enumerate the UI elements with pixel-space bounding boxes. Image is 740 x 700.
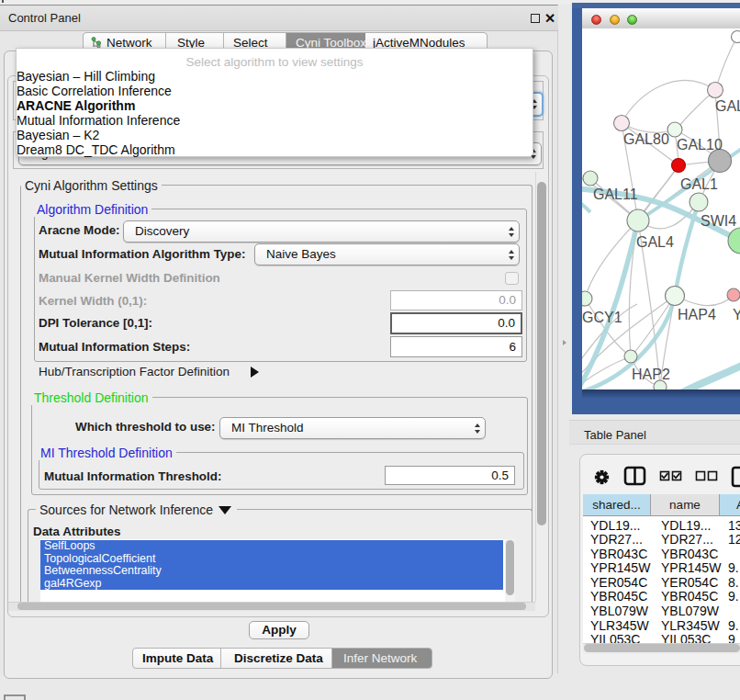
svg-text:GAL: GAL	[715, 98, 740, 114]
svg-text:HAP2: HAP2	[632, 367, 670, 382]
svg-text:GAL1: GAL1	[680, 176, 718, 192]
svg-text:GCY1: GCY1	[582, 310, 622, 325]
svg-text:GAL4: GAL4	[636, 234, 674, 250]
svg-text:GAL10: GAL10	[677, 137, 723, 152]
svg-text:GAL11: GAL11	[593, 186, 638, 202]
svg-text:GAL80: GAL80	[623, 131, 669, 147]
svg-text:HAP4: HAP4	[678, 307, 716, 322]
svg-text:SWI4: SWI4	[701, 213, 736, 229]
svg-text:Y: Y	[733, 307, 740, 322]
